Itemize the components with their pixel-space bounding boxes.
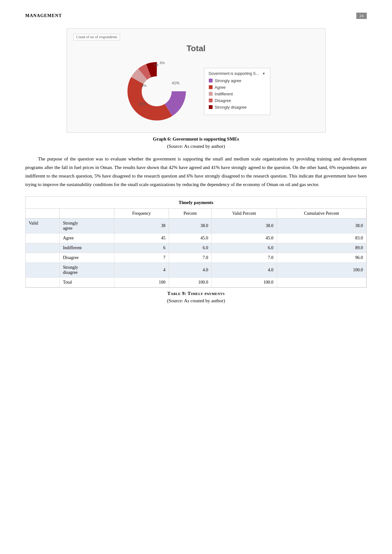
table-row: Indifferent 6 6.0 6.0 89.0 xyxy=(26,243,366,253)
table-title-cell: Timely payments xyxy=(26,197,366,209)
legend-label-strongly-disagree: Strongly disagree xyxy=(215,105,247,110)
row-frequency: 6 xyxy=(114,243,169,253)
col-header-percent: Percent xyxy=(169,209,211,219)
row-valid-percent: 6.0 xyxy=(212,243,277,253)
page-header: MANAGEMENT 24 xyxy=(25,13,367,19)
row-empty xyxy=(26,233,60,243)
legend-title: Government is supporting S... xyxy=(209,71,259,76)
legend-title-row[interactable]: Government is supporting S... ▼ xyxy=(209,71,266,76)
swatch-indifferent xyxy=(209,92,213,96)
chart-title: Total xyxy=(73,44,319,53)
legend-item-strongly-agree: Strongly agree xyxy=(209,78,266,83)
row-percent: 6.0 xyxy=(169,243,211,253)
row-category: Stronglyagree xyxy=(60,219,114,233)
table-row: Agree 45 45.0 45.0 83.0 xyxy=(26,233,366,243)
row-frequency: 7 xyxy=(114,253,169,263)
donut-chart: 41% 42% 6% 5% 6% xyxy=(122,57,191,126)
col-header-valid-percent: Valid Percent xyxy=(212,209,277,219)
row-category: Indifferent xyxy=(60,243,114,253)
legend-item-agree: Agree xyxy=(209,85,266,90)
swatch-disagree xyxy=(209,99,213,102)
chart-container: Count of no of respondents Total xyxy=(67,28,326,133)
table-row: Disagree 7 7.0 7.0 96.0 xyxy=(26,253,366,263)
table-row-total: Total 100 100.0 100.0 xyxy=(26,278,366,287)
row-frequency: 38 xyxy=(114,219,169,233)
swatch-strongly-agree xyxy=(209,79,213,82)
row-cumulative: 38.0 xyxy=(277,219,366,233)
legend-item-disagree: Disagree xyxy=(209,98,266,103)
legend-item-indifferent: Indifferent xyxy=(209,92,266,96)
body-paragraph: The purpose of the question was to evalu… xyxy=(25,155,367,189)
donut-hole xyxy=(142,77,171,105)
table-row: Valid Stronglyagree 38 38.0 38.0 38.0 xyxy=(26,219,366,233)
label-5: 5% xyxy=(154,63,159,67)
col-header-cumulative: Cumulative Percent xyxy=(277,209,366,219)
col-header-frequency: Frequency xyxy=(114,209,169,219)
row-valid-percent: 4.0 xyxy=(212,263,277,278)
swatch-agree xyxy=(209,85,213,89)
row-empty xyxy=(26,263,60,278)
source-caption: (Source: As created by author) xyxy=(25,144,367,149)
row-frequency: 100 xyxy=(114,278,169,287)
swatch-strongly-disagree xyxy=(209,105,213,109)
legend-label-agree: Agree xyxy=(215,85,226,90)
row-cumulative xyxy=(277,278,366,287)
row-cumulative: 83.0 xyxy=(277,233,366,243)
row-frequency: 45 xyxy=(114,233,169,243)
col-header-row: Frequency Percent Valid Percent Cumulati… xyxy=(26,209,366,219)
donut-svg: 41% 42% 6% 5% 6% xyxy=(122,57,191,126)
table-source: (Source: As created by author) xyxy=(25,298,367,304)
row-percent: 4.0 xyxy=(169,263,211,278)
col-header-empty1 xyxy=(26,209,60,219)
row-percent: 7.0 xyxy=(169,253,211,263)
row-cumulative: 100.0 xyxy=(277,263,366,278)
legend-label-strongly-agree: Strongly agree xyxy=(215,78,242,83)
page-number: 24 xyxy=(356,13,367,19)
table-title-row: Timely payments xyxy=(26,197,366,209)
row-valid-percent: 45.0 xyxy=(212,233,277,243)
table-caption: Table 9: Timely payments xyxy=(25,291,367,296)
row-empty xyxy=(26,243,60,253)
row-percent: 38.0 xyxy=(169,219,211,233)
chart-content: 41% 42% 6% 5% 6% Government is supportin… xyxy=(73,57,319,126)
row-valid-label: Valid xyxy=(26,219,60,233)
row-percent: 100.0 xyxy=(169,278,211,287)
dropdown-icon[interactable]: ▼ xyxy=(262,72,266,75)
table-row: Stronglydisagree 4 4.0 4.0 100.0 xyxy=(26,263,366,278)
col-header-empty2 xyxy=(60,209,114,219)
row-frequency: 4 xyxy=(114,263,169,278)
row-category: Agree xyxy=(60,233,114,243)
row-category: Disagree xyxy=(60,253,114,263)
row-empty xyxy=(26,253,60,263)
row-category: Stronglydisagree xyxy=(60,263,114,278)
row-valid-percent: 7.0 xyxy=(212,253,277,263)
legend-label-disagree: Disagree xyxy=(215,98,231,103)
label-6-strongly-dis: 6% xyxy=(160,61,165,65)
row-percent: 45.0 xyxy=(169,233,211,243)
label-42: 42% xyxy=(138,102,146,106)
timely-payments-table: Timely payments Frequency Percent Valid … xyxy=(26,197,366,287)
row-empty xyxy=(26,278,60,287)
page-title: MANAGEMENT xyxy=(25,13,62,18)
chart-legend: Government is supporting S... ▼ Strongly… xyxy=(204,68,270,115)
row-cumulative: 89.0 xyxy=(277,243,366,253)
legend-label-indifferent: Indifferent xyxy=(215,92,233,96)
label-41: 41% xyxy=(172,81,179,85)
legend-item-strongly-disagree: Strongly disagree xyxy=(209,105,266,110)
row-cumulative: 96.0 xyxy=(277,253,366,263)
row-valid-percent: 38.0 xyxy=(212,219,277,233)
row-valid-percent: 100.0 xyxy=(212,278,277,287)
figure-caption: Graph 6: Government is supporting SMEs xyxy=(25,136,367,142)
table-wrapper: Timely payments Frequency Percent Valid … xyxy=(25,196,367,288)
chart-count-label: Count of no of respondents xyxy=(73,34,120,40)
label-6-indiff: 6% xyxy=(142,84,147,87)
row-category: Total xyxy=(60,278,114,287)
